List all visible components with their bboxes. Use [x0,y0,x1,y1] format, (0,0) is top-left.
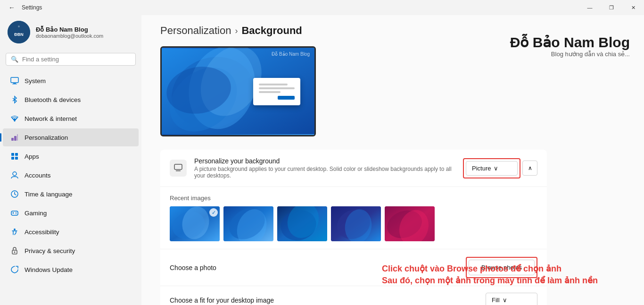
recent-images-title: Recent images [170,195,537,202]
svg-rect-10 [11,153,14,156]
accounts-icon [10,171,19,179]
sidebar-item-gaming[interactable]: Gaming [3,204,139,222]
svg-rect-3 [11,77,18,83]
image-check-1: ✓ [209,208,218,217]
settings-card: Personalize your background A picture ba… [160,150,547,305]
choose-fit-label: Choose a fit for your desktop image [170,297,486,304]
image-thumb-4[interactable] [331,206,381,241]
time-icon [10,190,19,198]
personalize-control: Picture ∨ ∧ [463,158,537,178]
accessibility-icon [10,228,19,236]
user-profile: ĐBN Đỗ Bảo Nam Blog dobaonamblog@outlook… [0,15,141,51]
sidebar-item-apps[interactable]: Apps [3,147,139,165]
image-thumb-3[interactable] [277,206,327,241]
blog-title-bold: Blog [598,34,630,50]
personalize-desc: A picture background applies to your cur… [194,166,463,179]
window-controls: — ❐ ✕ [579,0,644,15]
search-input[interactable] [22,56,131,63]
sidebar-item-label-update: Windows Update [25,266,73,273]
blog-title-normal: Đỗ Bảo Nam [510,34,599,50]
sidebar-item-label-system: System [25,77,46,85]
svg-point-22 [16,213,17,214]
sidebar-item-time[interactable]: Time & language [3,185,139,203]
svg-rect-13 [15,157,18,160]
breadcrumb-current: Background [241,25,302,37]
browse-photos-button[interactable]: Browse photos [469,260,535,275]
choose-photo-label: Choose a photo [170,264,466,271]
picture-dropdown-value: Picture [472,165,491,172]
fit-chevron-icon: ∨ [503,297,507,304]
collapse-button[interactable]: ∧ [522,161,537,176]
sidebar-item-bluetooth[interactable]: Bluetooth & devices [3,91,139,109]
svg-point-23 [14,229,16,230]
breadcrumb: Personalization › Background [160,25,547,37]
minimize-button[interactable]: — [579,0,601,15]
sidebar-item-label-apps: Apps [25,153,39,160]
svg-rect-5 [12,84,17,85]
sidebar-item-accounts[interactable]: Accounts [3,166,139,184]
user-email: dobaonamblog@outlook.com [36,33,103,39]
svg-rect-18 [11,211,18,215]
sidebar-item-network[interactable]: Network & internet [3,110,139,127]
avatar-image: ĐBN [8,21,30,43]
svg-rect-32 [174,164,182,169]
fit-dropdown-value: Fill [492,297,500,304]
personalization-icon [10,133,19,142]
blog-subtitle: Blog hướng dẫn và chia sẻ... [510,51,630,58]
maximize-button[interactable]: ❐ [601,0,622,15]
choose-fit-row: Choose a fit for your desktop image Fill… [160,286,547,305]
preview-inner: Đỗ Bảo Nam Blog [162,48,314,135]
sidebar-item-label-personalization: Personalization [25,134,68,141]
sidebar-item-personalization[interactable]: Personalization [3,128,139,146]
svg-rect-7 [11,138,14,141]
image-thumb-5[interactable] [385,206,435,241]
sidebar-item-label-time: Time & language [25,191,73,198]
browse-photos-container: Browse photos [466,257,537,278]
svg-rect-33 [176,170,181,171]
sidebar-item-privacy[interactable]: Privacy & security [3,242,139,260]
picture-dropdown[interactable]: Picture ∨ [466,161,518,176]
sidebar: ĐBN Đỗ Bảo Nam Blog dobaonamblog@outlook… [0,15,141,305]
personalize-icon [170,160,187,177]
sidebar-item-update[interactable]: Windows Update [3,261,139,279]
blog-brand: Đỗ Bảo Nam Blog Blog hướng dẫn và chia s… [510,34,630,58]
svg-rect-9 [17,134,18,141]
sidebar-item-label-accessibility: Accessibility [25,229,59,236]
user-info: Đỗ Bảo Nam Blog dobaonamblog@outlook.com [36,26,103,39]
bluetooth-icon [10,95,19,104]
titlebar: ← Settings — ❐ ✕ [0,0,644,15]
svg-point-1 [18,25,20,27]
sidebar-item-label-accounts: Accounts [25,172,51,179]
sidebar-item-system[interactable]: System [3,72,139,90]
recent-images-section: Recent images ✓ [160,187,547,249]
network-icon [10,114,19,123]
content-inner: Personalization › Background Đỗ Bảo Nam … [141,15,566,305]
system-icon [10,76,19,85]
image-thumb-2[interactable] [223,206,273,241]
search-box[interactable]: 🔍 [6,53,136,66]
sidebar-item-accessibility[interactable]: Accessibility [3,223,139,241]
close-button[interactable]: ✕ [622,0,644,15]
preview-watermark: Đỗ Bảo Nam Blog [272,51,310,57]
apps-icon [10,152,19,161]
fit-dropdown[interactable]: Fill ∨ [486,293,537,305]
svg-point-25 [14,252,16,253]
background-preview: Đỗ Bảo Nam Blog [160,46,316,136]
sidebar-item-label-gaming: Gaming [25,210,47,217]
choose-photo-row: Choose a photo Browse photos [160,249,547,286]
chevron-down-icon: ∨ [494,165,498,172]
update-icon [10,265,19,274]
image-thumb-1[interactable]: ✓ [170,206,220,241]
search-icon: 🔍 [11,56,18,63]
svg-point-21 [16,212,17,213]
svg-line-17 [15,194,16,195]
personalize-title: Personalize your background [194,157,463,165]
sidebar-item-label-network: Network & internet [25,115,77,122]
app-body: ĐBN Đỗ Bảo Nam Blog dobaonamblog@outlook… [0,15,644,305]
svg-point-6 [14,120,16,122]
avatar: ĐBN [8,21,30,43]
user-name: Đỗ Bảo Nam Blog [36,26,103,33]
svg-text:ĐBN: ĐBN [14,32,24,37]
svg-rect-8 [14,136,17,141]
back-button[interactable]: ← [6,3,18,12]
